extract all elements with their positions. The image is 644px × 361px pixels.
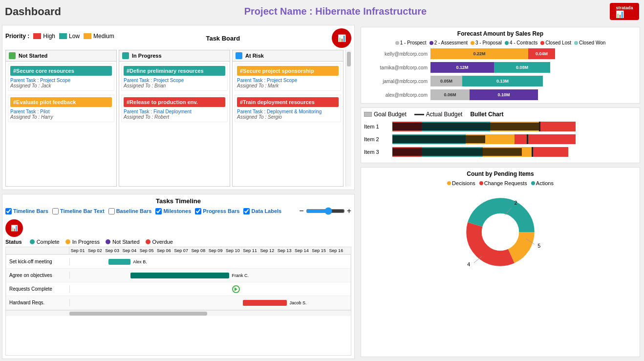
data-labels-label: Data Labels [251,208,281,214]
timeline-row: Set kick-off meeting Alex B. [6,255,350,269]
not-started-status-dot [106,239,110,244]
dashboard-title: Dashboard [5,5,61,18]
timeline-body: Set kick-off meeting Alex B. Agree on ob… [6,255,351,310]
task-card: #Secure core resources Parent Task : Pro… [8,64,114,91]
forecast-bar-kelly: 0.22M 0.04M [430,48,637,59]
task-assigned: Assigned To : Harry [10,114,112,120]
task-row-label: Agree on objectives [6,272,70,279]
actual-bar [392,123,539,130]
at-risk-label: At Risk [245,53,264,59]
scrollbar-thumb [347,52,351,66]
legend-contracts: 4 - Contracts [505,40,537,45]
zoom-minus[interactable]: − [299,207,303,215]
checkbox-milestones[interactable]: Milestones [155,208,191,214]
marker-line [532,147,533,157]
task-title: #Secure project sponsorship [237,66,339,76]
bar-segment: 0.12M [430,62,494,73]
timeline-bar-text-checkbox[interactable] [52,208,59,214]
bullet-chart-title: Bullet Chart [470,111,503,118]
in-progress-dot [65,239,70,244]
task-title: #Define preliminary resources [124,66,225,76]
milestone-marker [232,285,240,293]
gantt-bar [108,259,130,265]
donut-hole [482,213,519,251]
task-assigned: Assigned To : Brian [124,83,225,88]
data-labels-checkbox[interactable] [243,208,250,214]
goal-box [364,112,372,117]
date-cell: Sep 12 [259,247,276,254]
goal-legend-item: Goal Budget [364,111,407,118]
status-complete-label: Complete [37,239,60,245]
date-cell: Sep 06 [155,247,172,254]
assessment-dot [429,41,433,45]
date-cell: Sep 10 [224,247,241,254]
actual-legend-item: Actual Budget [414,111,463,118]
timeline-bars-checkbox[interactable] [5,208,12,214]
progress-bars-checkbox[interactable] [195,208,201,214]
column-header-at-risk: At Risk [233,50,343,62]
contracts-dot [505,41,509,45]
bar-segment: 0.06M [430,89,470,100]
task-card: #Train deployment resources Parent Task … [235,95,341,122]
checkbox-timeline-bar-text[interactable]: Timeline Bar Text [52,208,105,214]
timeline-label-header [6,247,69,254]
task-card: #Define preliminary resources Parent Tas… [121,64,228,91]
checkbox-data-labels[interactable]: Data Labels [243,208,281,214]
date-cell: Sep 11 [242,247,259,254]
left-panel: Priority : High Low Medium [0,23,357,361]
task-assigned: Assigned To : Mark [237,83,339,88]
timeline-h-scrollbar[interactable] [6,310,351,316]
forecast-label: alex@mbfcorp.com [364,92,428,98]
zoom-slider[interactable] [306,207,345,215]
bar-segment: 0.04M [528,48,555,59]
timeline-section: Tasks Timeline Timeline Bars Timeline Ba… [2,194,355,359]
assessment-label: 2 - Assessment [434,40,468,45]
stratada-icon-taskboard: 📊 [332,28,351,48]
in-progress-dot [122,52,129,59]
priority-high-label: High [43,33,55,40]
forecast-bar-alex: 0.06M 0.10M [430,89,637,100]
baseline-bars-checkbox[interactable] [108,208,115,214]
donut-label-5: 5 [537,243,540,249]
decisions-label: Decisions [452,180,475,186]
forecast-chart-title: Forecast Amount by Sales Rep [364,30,637,37]
actual-bar [392,135,485,143]
header-center: Project Name : Hibernate Infrastructure [61,6,610,17]
task-title: #Train deployment resources [237,97,339,107]
decisions-dot [447,181,451,185]
contracts-label: 4 - Contracts [510,40,537,45]
column-at-risk: At Risk #Secure project sponsorship Pare… [232,50,343,187]
closed-won-label: Closed Won [579,40,605,45]
checkbox-timeline-bars[interactable]: Timeline Bars [5,208,48,214]
bar-label: Frank C. [232,273,249,278]
legend-change-requests: Change Requests [479,180,527,186]
header: Dashboard Project Name : Hibernate Infra… [0,0,644,23]
date-cell: Sep 14 [293,247,310,254]
checkbox-progress-bars[interactable]: Progress Bars [195,208,239,214]
in-progress-label: In Progress [132,53,162,59]
task-title: #Evaluate pilot feedback [10,97,112,107]
bullet-bar-1 [392,122,637,131]
checkbox-baseline-bars[interactable]: Baseline Bars [108,208,152,214]
task-parent: Parent Task : Final Deployment [124,109,225,114]
task-board-scrollbar[interactable] [345,50,351,187]
task-row-label: Set kick-off meeting [6,258,70,265]
status-in-progress-label: In Progress [72,239,100,245]
bullet-seg [532,147,568,157]
timeline-row: Agree on objectives Frank C. [6,269,350,282]
task-card: #Secure project sponsorship Parent Task … [235,64,341,91]
zoom-plus[interactable]: + [347,207,351,215]
bar-segment: 0.08M [494,62,550,73]
milestones-checkbox[interactable] [155,208,162,214]
task-card: #Evaluate pilot feedback Parent Task : P… [8,95,114,122]
bullet-item-label: Item 1 [364,124,388,129]
status-overdue: Overdue [146,239,173,245]
forecast-bar-tamika: 0.12M 0.08M [430,62,637,73]
donut-legend: Decisions Change Requests Actions [364,180,637,186]
timeline-chart: Sep 01 Sep 02 Sep 03 Sep 04 Sep 05 Sep 0… [5,247,351,356]
legend-actions: Actions [531,180,554,186]
timeline-dates: Sep 01 Sep 02 Sep 03 Sep 04 Sep 05 Sep 0… [69,247,345,254]
column-not-started: Not Started #Secure core resources Paren… [5,50,117,187]
date-cell: Sep 15 [311,247,328,254]
bar-segment: 0.13M [462,76,543,86]
